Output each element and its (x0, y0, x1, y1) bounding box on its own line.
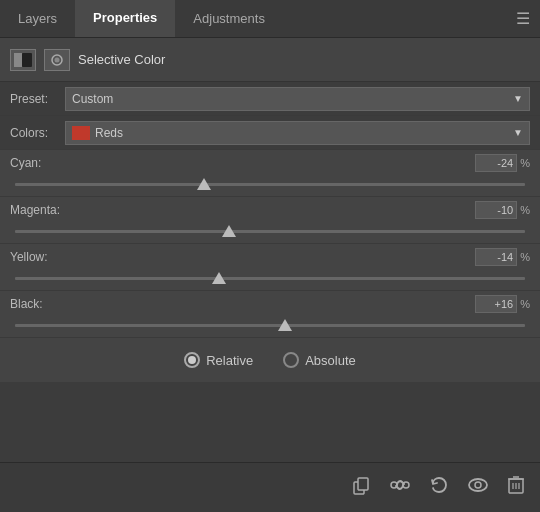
magenta-thumb[interactable] (222, 225, 236, 237)
color-swatch (72, 126, 90, 140)
tab-properties[interactable]: Properties (75, 0, 175, 37)
radio-row: Relative Absolute (0, 338, 540, 382)
history-icon[interactable] (429, 475, 449, 500)
panel-header: Selective Color (0, 38, 540, 82)
magenta-pct: % (520, 204, 530, 216)
magenta-slider-row: Magenta: -10 % (0, 197, 540, 244)
svg-rect-0 (14, 53, 22, 67)
black-track-wrap (10, 315, 530, 335)
black-track[interactable] (15, 324, 525, 327)
radio-relative-label: Relative (206, 353, 253, 368)
cyan-value[interactable]: -24 (475, 154, 517, 172)
cyan-slider-row: Cyan: -24 % (0, 150, 540, 197)
selective-color-icon (44, 49, 70, 71)
preset-label: Preset: (10, 92, 65, 106)
cyan-label: Cyan: (10, 156, 75, 170)
visibility-icon[interactable] (467, 477, 489, 498)
colors-label: Colors: (10, 126, 65, 140)
cyan-thumb[interactable] (197, 178, 211, 190)
trash-icon[interactable] (507, 475, 525, 500)
svg-rect-1 (22, 53, 32, 67)
black-slider-row: Black: +16 % (0, 291, 540, 338)
yellow-slider-row: Yellow: -14 % (0, 244, 540, 291)
radio-absolute[interactable]: Absolute (283, 352, 356, 368)
magenta-value[interactable]: -10 (475, 201, 517, 219)
magenta-label: Magenta: (10, 203, 75, 217)
magenta-track[interactable] (15, 230, 525, 233)
panel-title: Selective Color (78, 52, 165, 67)
magenta-value-wrap: -10 % (475, 201, 530, 219)
tab-bar: Layers Properties Adjustments ☰ (0, 0, 540, 38)
colors-dropdown-arrow: ▼ (513, 127, 523, 138)
preset-dropdown[interactable]: Custom ▼ (65, 87, 530, 111)
yellow-track-wrap (10, 268, 530, 288)
yellow-value[interactable]: -14 (475, 248, 517, 266)
yellow-pct: % (520, 251, 530, 263)
layer-mask-icon (10, 49, 36, 71)
bottom-toolbar (0, 462, 540, 512)
link-icon[interactable] (389, 475, 411, 500)
tab-adjustments[interactable]: Adjustments (175, 0, 283, 37)
svg-point-3 (55, 57, 60, 62)
yellow-thumb[interactable] (212, 272, 226, 284)
magenta-track-wrap (10, 221, 530, 241)
black-value-wrap: +16 % (475, 295, 530, 313)
radio-relative[interactable]: Relative (184, 352, 253, 368)
svg-point-8 (469, 479, 487, 491)
cyan-track-wrap (10, 174, 530, 194)
radio-relative-circle[interactable] (184, 352, 200, 368)
preset-row: Preset: Custom ▼ (0, 82, 540, 116)
cyan-track[interactable] (15, 183, 525, 186)
black-label: Black: (10, 297, 75, 311)
svg-rect-5 (358, 478, 368, 490)
yellow-track[interactable] (15, 277, 525, 280)
radio-absolute-label: Absolute (305, 353, 356, 368)
colors-dropdown[interactable]: Reds ▼ (65, 121, 530, 145)
yellow-label: Yellow: (10, 250, 75, 264)
menu-icon[interactable]: ☰ (516, 9, 530, 28)
black-value[interactable]: +16 (475, 295, 517, 313)
clip-icon[interactable] (351, 475, 371, 500)
cyan-value-wrap: -24 % (475, 154, 530, 172)
colors-row: Colors: Reds ▼ (0, 116, 540, 150)
black-pct: % (520, 298, 530, 310)
preset-dropdown-arrow: ▼ (513, 93, 523, 104)
sliders-section: Cyan: -24 % Magenta: -10 % (0, 150, 540, 338)
tab-layers[interactable]: Layers (0, 0, 75, 37)
cyan-pct: % (520, 157, 530, 169)
black-thumb[interactable] (278, 319, 292, 331)
radio-absolute-circle[interactable] (283, 352, 299, 368)
yellow-value-wrap: -14 % (475, 248, 530, 266)
svg-point-9 (475, 482, 481, 488)
